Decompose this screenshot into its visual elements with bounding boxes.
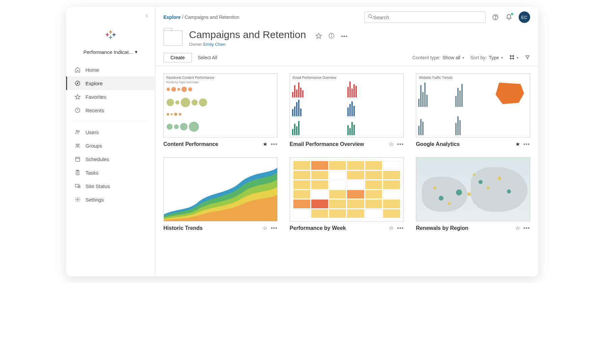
sort-by-select[interactable]: Sort by: Type ▾ bbox=[470, 55, 503, 60]
nav-label: Favorites bbox=[86, 94, 107, 100]
nav-groups[interactable]: Groups bbox=[66, 139, 155, 152]
map-chart-icon bbox=[416, 158, 529, 221]
nav-secondary: Users Groups Schedules Tasks Site Status… bbox=[66, 125, 155, 206]
card-more-button[interactable]: ••• bbox=[397, 225, 404, 231]
nav-tasks[interactable]: Tasks bbox=[66, 166, 155, 179]
folder-more-button[interactable]: ••• bbox=[341, 33, 348, 39]
card-more-button[interactable]: ••• bbox=[271, 141, 278, 147]
heatmap-icon bbox=[293, 161, 400, 218]
breadcrumb-root[interactable]: Explore bbox=[164, 14, 181, 20]
favorite-button[interactable]: ☆ bbox=[263, 225, 267, 231]
favorite-button[interactable]: ☆ bbox=[515, 225, 520, 231]
thumb-title: Email Performance Overview bbox=[293, 76, 336, 80]
nav-home[interactable]: Home bbox=[66, 63, 155, 77]
card-title: Google Analytics bbox=[416, 141, 512, 147]
bubble-chart-icon bbox=[167, 84, 275, 134]
favorite-folder-button[interactable] bbox=[315, 32, 322, 40]
monitor-icon bbox=[74, 183, 81, 189]
analytics-grid-icon bbox=[418, 80, 527, 135]
area-chart-icon bbox=[164, 158, 277, 221]
nav-label: Home bbox=[86, 67, 99, 73]
nav-settings[interactable]: Settings bbox=[66, 193, 155, 206]
content-type-value: Show all bbox=[442, 55, 460, 60]
help-button[interactable] bbox=[492, 13, 499, 21]
nav-label: Recents bbox=[86, 108, 104, 113]
workbook-card[interactable]: Email Performance Overview Email Perform… bbox=[290, 73, 404, 147]
svg-point-15 bbox=[78, 144, 79, 145]
card-more-button[interactable]: ••• bbox=[397, 141, 404, 147]
workbook-card[interactable]: Renewal Rate bbox=[416, 157, 530, 231]
svg-rect-38 bbox=[510, 58, 512, 59]
chevron-down-icon: ▾ bbox=[462, 56, 464, 60]
card-more-button[interactable]: ••• bbox=[271, 225, 278, 231]
svg-point-16 bbox=[77, 146, 78, 147]
content-type-select[interactable]: Content type: Show all ▾ bbox=[412, 55, 464, 60]
favorite-button[interactable]: ☆ bbox=[389, 141, 394, 147]
nav-users[interactable]: Users bbox=[66, 125, 155, 139]
bar-chart-grid-icon bbox=[292, 80, 401, 135]
user-avatar[interactable]: EC bbox=[519, 11, 530, 23]
site-selector[interactable]: Performance Indicat... ▾ bbox=[66, 49, 155, 55]
nav-site-status[interactable]: Site Status bbox=[66, 179, 155, 193]
nav-favorites[interactable]: Favorites bbox=[66, 90, 155, 103]
groups-icon bbox=[74, 142, 81, 149]
search-input[interactable] bbox=[373, 14, 482, 20]
nav-explore[interactable]: Explore bbox=[66, 77, 155, 90]
card-title: Renewals by Region bbox=[416, 225, 512, 231]
svg-rect-37 bbox=[512, 55, 514, 57]
select-all-button[interactable]: Select All bbox=[198, 55, 218, 60]
svg-point-28 bbox=[369, 14, 372, 18]
grid-icon bbox=[509, 55, 515, 61]
breadcrumb-sep: / bbox=[182, 14, 185, 20]
filter-button[interactable] bbox=[525, 55, 530, 61]
svg-point-12 bbox=[76, 130, 78, 132]
nav-label: Users bbox=[86, 129, 99, 135]
search-field[interactable] bbox=[364, 11, 486, 23]
sort-by-label: Sort by: bbox=[470, 55, 487, 60]
create-button[interactable]: Create bbox=[164, 53, 192, 62]
nav-primary: Home Explore Favorites Recents bbox=[66, 63, 155, 117]
workbook-card[interactable]: Historic Trends ☆ ••• bbox=[164, 157, 278, 231]
nav-label: Tasks bbox=[86, 170, 98, 176]
svg-line-29 bbox=[371, 17, 373, 19]
svg-rect-17 bbox=[76, 157, 80, 161]
owner-label: Owner bbox=[189, 42, 202, 47]
thumb-subtitle: Posts by Type and Date bbox=[167, 81, 199, 84]
info-button[interactable] bbox=[328, 32, 335, 40]
calendar-icon bbox=[74, 156, 81, 162]
card-more-button[interactable]: ••• bbox=[523, 141, 530, 147]
view-mode-button[interactable]: ▾ bbox=[509, 55, 519, 61]
owner-link[interactable]: Emily Chen bbox=[203, 42, 225, 47]
svg-point-35 bbox=[332, 34, 332, 35]
main-content: Explore / Campaigns and Retention EC Cam… bbox=[155, 7, 538, 276]
sort-by-value: Type bbox=[489, 55, 499, 60]
workbook-card[interactable]: Performance by Week ☆ ••• bbox=[290, 157, 404, 231]
content-grid: Facebook Content Performance Posts by Ty… bbox=[155, 66, 538, 239]
collapse-sidebar-button[interactable] bbox=[142, 11, 151, 22]
nav-recents[interactable]: Recents bbox=[66, 103, 155, 117]
thumbnail: Renewal Rate bbox=[416, 157, 530, 221]
gear-icon bbox=[74, 196, 81, 203]
favorite-button[interactable]: ★ bbox=[515, 141, 520, 147]
thumb-title: Website Traffic Trends bbox=[419, 76, 452, 80]
favorite-button[interactable]: ☆ bbox=[389, 225, 394, 231]
card-title: Content Performance bbox=[164, 141, 260, 147]
nav-label: Groups bbox=[86, 143, 102, 149]
nav-separator bbox=[73, 121, 148, 121]
notifications-button[interactable] bbox=[505, 13, 513, 21]
nav-label: Settings bbox=[86, 197, 104, 203]
users-icon bbox=[74, 129, 81, 135]
svg-rect-39 bbox=[512, 58, 514, 59]
workbook-card[interactable]: Website Traffic Trends Google Analytics … bbox=[416, 73, 530, 147]
sidebar: Performance Indicat... ▾ Home Explore Fa… bbox=[66, 7, 155, 276]
site-name: Performance Indicat... bbox=[83, 49, 133, 55]
thumbnail bbox=[290, 157, 404, 221]
workbook-card[interactable]: Facebook Content Performance Posts by Ty… bbox=[164, 73, 278, 147]
star-icon bbox=[74, 93, 81, 100]
card-more-button[interactable]: ••• bbox=[523, 225, 530, 231]
thumbnail: Website Traffic Trends bbox=[416, 73, 530, 138]
svg-point-31 bbox=[495, 19, 495, 19]
nav-schedules[interactable]: Schedules bbox=[66, 152, 155, 166]
thumbnail bbox=[164, 157, 278, 221]
favorite-button[interactable]: ★ bbox=[263, 141, 267, 147]
